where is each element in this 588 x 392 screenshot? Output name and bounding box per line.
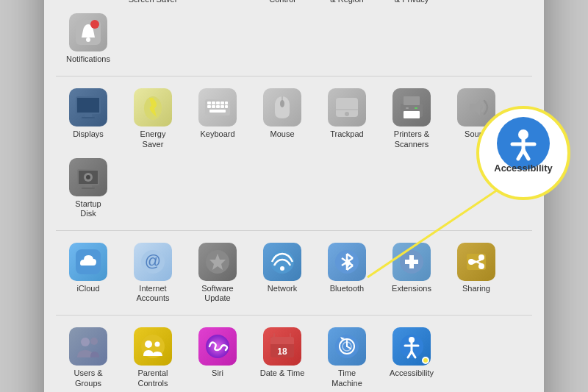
pref-mouse[interactable]: Mouse	[250, 84, 315, 153]
pref-dock[interactable]: Dock	[185, 0, 250, 9]
pref-keyboard[interactable]: Keyboard	[185, 84, 250, 153]
extensions-icon	[392, 243, 431, 281]
svg-point-85	[155, 342, 160, 347]
internet-icon: @	[134, 243, 172, 281]
svg-rect-38	[216, 101, 220, 104]
pref-accessibility-small[interactable]: Accessibility	[379, 323, 444, 392]
row-system: Users &Groups ParentalControls Siri 18 D…	[56, 316, 532, 392]
network-icon	[263, 243, 301, 281]
pref-energy[interactable]: EnergySaver	[121, 84, 185, 153]
mouse-label: Mouse	[270, 129, 294, 139]
bluetooth-icon: ⬧	[328, 243, 366, 281]
pref-trackpad[interactable]: Trackpad	[315, 84, 379, 153]
notifications-icon	[69, 13, 107, 51]
pref-sharing[interactable]: Sharing	[444, 238, 509, 307]
parental-icon	[134, 327, 172, 366]
yellow-dot	[422, 357, 429, 364]
displays-icon	[69, 88, 107, 126]
svg-point-48	[280, 100, 284, 107]
keyboard-label: Keyboard	[200, 129, 234, 139]
notifications-label: Notifications	[66, 54, 110, 64]
language-label: Language& Region	[329, 0, 365, 4]
sound-icon	[457, 88, 495, 126]
pref-printers[interactable]: Printers &Scanners	[379, 84, 444, 153]
printers-icon	[392, 88, 431, 126]
internet-label: InternetAccounts	[136, 284, 169, 303]
svg-rect-37	[212, 101, 215, 104]
pref-bluetooth[interactable]: ⬧ Bluetooth	[315, 238, 379, 307]
system-preferences-window: ‹ › System Preferences 🔍 General	[44, 0, 544, 392]
pref-startup[interactable]: StartupDisk	[56, 154, 121, 223]
startup-icon	[69, 158, 107, 196]
mouse-icon	[263, 88, 301, 126]
datetime-icon: 18	[263, 327, 301, 366]
accessibility-small-icon	[392, 327, 431, 366]
svg-rect-36	[207, 101, 211, 104]
icloud-icon	[69, 243, 107, 281]
row-internet: iCloud @ InternetAccounts SoftwareUpdate…	[56, 231, 532, 316]
row-hardware: Displays EnergySaver Keyboard Mouse	[56, 76, 532, 231]
startup-label: StartupDisk	[75, 199, 101, 218]
timemachine-label: TimeMachine	[331, 368, 362, 388]
svg-rect-62	[82, 188, 95, 189]
pref-spotlight[interactable]: Spotlight	[444, 0, 509, 9]
svg-point-78	[478, 254, 484, 260]
svg-point-81	[81, 338, 90, 346]
pref-desktop[interactable]: Desktop &Screen Saver	[121, 0, 185, 9]
pref-general[interactable]: General	[56, 0, 121, 9]
trackpad-label: Trackpad	[330, 129, 363, 139]
sharing-icon	[457, 243, 495, 281]
svg-text:18: 18	[277, 346, 287, 357]
svg-point-80	[468, 259, 474, 265]
pref-datetime[interactable]: 18 Date & Time	[250, 323, 315, 392]
svg-rect-39	[220, 101, 224, 104]
svg-point-51	[345, 112, 349, 116]
pref-software[interactable]: SoftwareUpdate	[185, 238, 250, 307]
svg-rect-53	[404, 96, 420, 105]
pref-icloud[interactable]: iCloud	[56, 238, 121, 307]
mission-label: MissionControl	[268, 0, 295, 4]
pref-siri[interactable]: Siri	[185, 323, 250, 392]
pref-parental[interactable]: ParentalControls	[121, 323, 185, 392]
pref-language[interactable]: Language& Region	[315, 0, 379, 9]
svg-rect-40	[225, 101, 228, 104]
sound-label: Sound	[465, 129, 488, 139]
svg-rect-41	[207, 105, 211, 108]
datetime-label: Date & Time	[260, 368, 305, 378]
pref-timemachine[interactable]: TimeMachine	[315, 323, 379, 392]
accessibility-small-label: Accessibility	[390, 368, 434, 378]
pref-users[interactable]: Users &Groups	[56, 323, 121, 392]
svg-point-82	[90, 338, 98, 345]
energy-icon	[134, 88, 172, 126]
users-label: Users &Groups	[74, 368, 102, 388]
trackpad-icon	[328, 88, 366, 126]
icloud-label: iCloud	[76, 284, 99, 293]
pref-extensions[interactable]: Extensions	[379, 238, 444, 307]
svg-point-28	[86, 38, 90, 42]
svg-rect-54	[404, 111, 420, 118]
pref-notifications[interactable]: Notifications	[56, 9, 121, 68]
row-personal: General Desktop &Screen Saver Dock Missi…	[56, 0, 532, 76]
network-label: Network	[268, 284, 297, 293]
pref-mission[interactable]: MissionControl	[250, 0, 315, 9]
parental-label: ParentalControls	[138, 368, 168, 388]
displays-label: Displays	[73, 129, 104, 139]
svg-rect-43	[216, 105, 220, 108]
pref-network[interactable]: Network	[250, 238, 315, 307]
sharing-label: Sharing	[462, 284, 490, 293]
svg-rect-32	[85, 114, 92, 117]
pref-security[interactable]: Security& Privacy	[379, 0, 444, 9]
svg-point-29	[90, 20, 99, 29]
svg-rect-55	[406, 107, 409, 109]
svg-rect-46	[209, 110, 226, 113]
preferences-grid: General Desktop &Screen Saver Dock Missi…	[44, 0, 544, 392]
svg-rect-42	[212, 105, 215, 108]
pref-internet[interactable]: @ InternetAccounts	[121, 238, 185, 307]
bluetooth-label: Bluetooth	[330, 284, 364, 293]
pref-sound[interactable]: Sound	[444, 84, 509, 153]
pref-displays[interactable]: Displays	[56, 84, 121, 153]
svg-point-79	[478, 263, 484, 269]
svg-rect-61	[85, 185, 92, 188]
security-label: Security& Privacy	[395, 0, 429, 4]
software-icon	[198, 243, 237, 281]
